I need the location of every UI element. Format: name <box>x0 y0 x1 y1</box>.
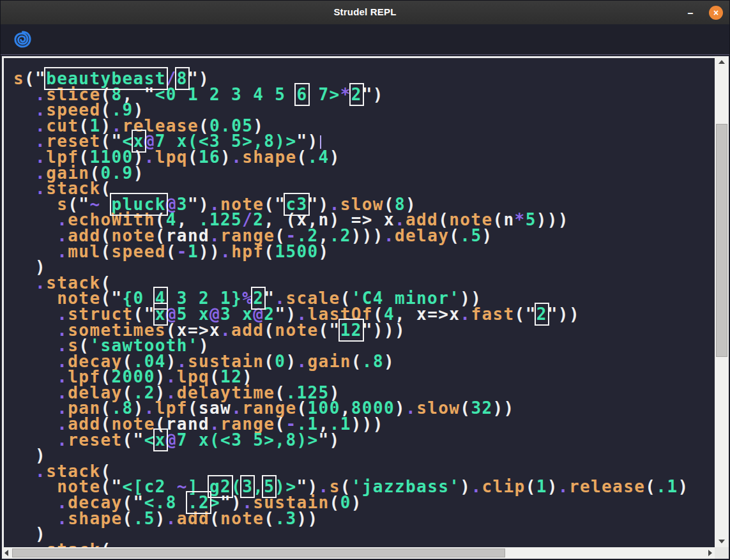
code-token: 'jazzbass' <box>351 477 460 496</box>
code-token: (" <box>319 321 340 340</box>
code-token: . <box>460 305 471 324</box>
code-token: <0 1 2 3 4 5 <box>155 85 297 104</box>
active-event-highlight: 2 <box>351 85 362 104</box>
code-line[interactable]: .shape(.5).add(note(.3)) <box>13 511 715 527</box>
code-token: - <box>177 242 188 261</box>
code-token: mul <box>68 242 100 261</box>
code-token: .5 <box>460 226 482 245</box>
code-token: ) <box>460 477 471 496</box>
active-event-highlight: 6 <box>296 85 307 104</box>
code-token: . <box>220 242 231 261</box>
code-token: @ <box>166 430 177 450</box>
code-token: ( <box>209 509 220 528</box>
scroll-up-arrow-icon[interactable] <box>719 60 725 64</box>
code-token: ") <box>319 430 340 450</box>
code-token: . <box>558 477 569 496</box>
code-token: reset <box>68 430 122 450</box>
code-token: ( <box>123 509 133 528</box>
code-line[interactable]: .stack( <box>13 542 715 547</box>
code-token: ( <box>297 148 308 167</box>
code-line[interactable]: ) <box>13 259 715 275</box>
scroll-right-arrow-icon[interactable] <box>708 550 712 556</box>
code-token: add <box>177 509 209 528</box>
code-token: . <box>471 477 482 496</box>
code-line[interactable]: ) <box>13 448 715 464</box>
strudel-logo-icon[interactable] <box>14 31 31 48</box>
code-token: ( <box>264 242 275 261</box>
code-token: ( <box>264 321 275 340</box>
code-token: ) <box>285 352 296 371</box>
code-token: ( <box>330 493 340 512</box>
code-token: ) <box>547 477 558 496</box>
code-token: shape <box>242 148 296 167</box>
close-button[interactable]: × <box>709 6 723 20</box>
code-token: ) <box>220 148 231 167</box>
active-event-highlight: 2 <box>536 305 547 324</box>
code-token: ) <box>678 477 688 496</box>
code-token: * <box>515 210 526 229</box>
code-token: ") <box>362 85 384 104</box>
code-token: add <box>231 321 264 340</box>
code-token: 16 <box>199 148 220 167</box>
code-token: ))) <box>536 210 569 229</box>
code-line[interactable]: .reset("<x@7 x(<3 5>,8)>") <box>13 432 715 448</box>
code-token: . <box>231 148 242 167</box>
close-icon: × <box>709 6 723 19</box>
horizontal-scrollbar[interactable] <box>2 547 715 559</box>
code-token: . <box>57 430 68 450</box>
code-token: . <box>406 398 416 418</box>
code-token: .4 <box>308 148 330 167</box>
active-event-highlight: 12 <box>340 321 362 340</box>
code-token: ")) <box>547 305 580 324</box>
code-token: .3 <box>275 509 296 528</box>
code-token: . <box>296 352 307 371</box>
strudel-window: Strudel REPL – × s("beautybeast/8") .sli… <box>0 0 730 560</box>
code-token: ( <box>264 352 275 371</box>
code-token: hpf <box>231 242 264 261</box>
code-token: . <box>384 226 395 245</box>
code-token: (" <box>123 430 144 450</box>
code-token: ) <box>384 352 395 371</box>
vertical-scrollbar-thumb[interactable] <box>716 124 727 357</box>
code-token: .1 <box>656 477 678 496</box>
code-token: ))) <box>351 414 384 434</box>
code-content: s("beautybeast/8") .slice(8, "<0 1 2 3 4… <box>4 58 715 547</box>
code-token: .5 <box>133 509 155 528</box>
code-token: ( <box>526 477 536 496</box>
scroll-down-arrow-icon[interactable] <box>719 540 725 543</box>
code-token: 1500 <box>275 242 318 261</box>
code-token: < <box>144 430 155 450</box>
code-token: stack <box>46 540 100 547</box>
code-token: fast <box>471 305 514 324</box>
code-token: . <box>220 321 231 340</box>
code-token: ( <box>100 242 111 261</box>
horizontal-scrollbar-thumb[interactable] <box>12 549 505 557</box>
code-token: . <box>57 509 68 528</box>
code-token: )) <box>493 398 515 418</box>
vertical-scrollbar[interactable] <box>715 56 729 547</box>
code-token: 7> <box>308 85 340 104</box>
code-token: ( <box>351 352 362 371</box>
code-token: 32 <box>471 398 492 418</box>
window-title: Strudel REPL <box>1 6 729 17</box>
code-token: gain <box>308 352 351 371</box>
code-token: 0 <box>340 493 351 512</box>
code-editor[interactable]: s("beautybeast/8") .slice(8, "<0 1 2 3 4… <box>4 58 715 547</box>
code-token: 1 <box>536 477 547 496</box>
code-token: ) <box>155 509 166 528</box>
code-token: ( <box>100 540 111 547</box>
code-token: ))) <box>351 226 384 245</box>
code-token: ( <box>460 398 471 418</box>
scroll-left-arrow-icon[interactable] <box>4 550 8 556</box>
code-line[interactable]: .mul(speed(-1)).hpf(1500) <box>13 244 715 260</box>
code-token: ( <box>188 148 199 167</box>
toolbar <box>1 24 729 54</box>
editor-frame: s("beautybeast/8") .slice(8, "<0 1 2 3 4… <box>1 55 729 559</box>
code-token: "))) <box>362 321 406 340</box>
code-token: clip <box>482 477 525 496</box>
code-line[interactable]: ) <box>13 526 715 542</box>
code-token: 7 x(<3 5>,8)> <box>177 430 319 450</box>
minimize-button[interactable]: – <box>685 8 696 20</box>
titlebar[interactable]: Strudel REPL – × <box>1 1 729 24</box>
code-line[interactable]: .gain(0.9) <box>13 165 715 181</box>
